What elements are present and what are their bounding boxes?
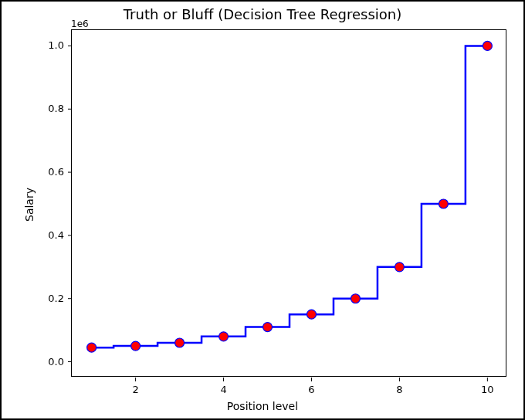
y-tick: 0.4 bbox=[48, 229, 72, 241]
data-point bbox=[307, 310, 316, 319]
y-axis-offset-text: 1e6 bbox=[71, 19, 89, 29]
y-tick-label: 0.2 bbox=[48, 293, 64, 304]
data-point bbox=[351, 294, 360, 303]
x-tick-label: 2 bbox=[132, 384, 138, 395]
data-point bbox=[175, 338, 185, 347]
data-point bbox=[263, 323, 273, 332]
y-tick: 0.6 bbox=[48, 166, 72, 178]
x-axis-label: Position level bbox=[2, 400, 523, 412]
x-tick-label: 10 bbox=[481, 384, 494, 395]
x-tick: 10 bbox=[481, 378, 494, 395]
y-tick-label: 0.6 bbox=[48, 166, 64, 178]
x-tick: 8 bbox=[396, 378, 402, 395]
y-tick: 0.8 bbox=[48, 103, 72, 114]
y-axis-label: Salary bbox=[23, 188, 36, 222]
plot-svg: 2468100.00.20.40.60.81.0 bbox=[72, 30, 506, 376]
data-point bbox=[439, 199, 448, 208]
data-point bbox=[219, 332, 229, 341]
x-tick-label: 6 bbox=[308, 384, 314, 395]
data-point bbox=[131, 341, 141, 351]
y-tick-label: 0.0 bbox=[48, 356, 64, 368]
y-tick-label: 0.4 bbox=[48, 229, 64, 241]
data-point bbox=[483, 41, 492, 50]
plot-axes: 2468100.00.20.40.60.81.0 bbox=[71, 29, 506, 377]
y-tick-label: 1.0 bbox=[48, 39, 64, 51]
x-tick: 2 bbox=[132, 378, 138, 395]
data-point bbox=[395, 262, 404, 272]
x-tick: 4 bbox=[220, 378, 226, 395]
y-tick: 0.0 bbox=[48, 356, 72, 368]
x-tick-label: 4 bbox=[220, 384, 226, 395]
y-tick: 1.0 bbox=[48, 39, 72, 51]
y-tick: 0.2 bbox=[48, 293, 72, 304]
prediction-line bbox=[92, 46, 488, 347]
x-tick: 6 bbox=[308, 378, 314, 395]
figure: Truth or Bluff (Decision Tree Regression… bbox=[0, 0, 525, 420]
y-tick-label: 0.8 bbox=[48, 103, 64, 114]
data-point bbox=[87, 343, 97, 352]
x-tick-label: 8 bbox=[396, 384, 402, 395]
